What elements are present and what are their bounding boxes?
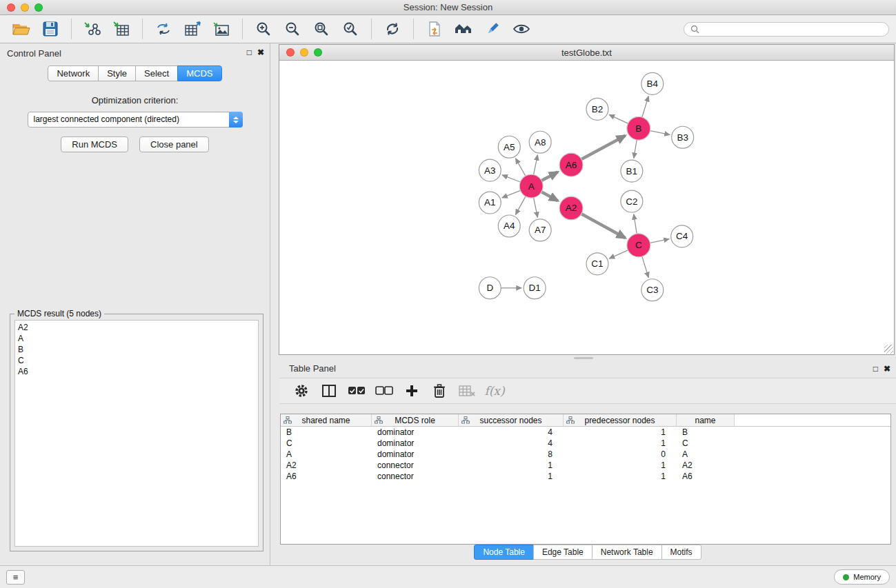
column-header-successor-nodes[interactable]: successor nodes — [459, 414, 564, 427]
graph-node-label: A4 — [504, 221, 515, 231]
mcds-result-item[interactable]: C — [18, 355, 255, 366]
resize-grip[interactable] — [884, 345, 893, 354]
zoom-in-icon — [255, 21, 272, 37]
graph-edge-A6-B[interactable] — [581, 136, 626, 159]
table-row[interactable]: Bdominator41B — [281, 427, 890, 438]
open-session-button[interactable] — [7, 17, 36, 41]
graph-edge-B-B2[interactable] — [609, 114, 628, 123]
table-row[interactable]: A6connector11A6 — [281, 471, 890, 482]
zoom-selected-button[interactable] — [336, 17, 365, 41]
export-image-button[interactable] — [207, 17, 236, 41]
column-header-shared-name[interactable]: shared name — [281, 414, 372, 427]
mcds-result-list[interactable]: A2ABCA6 — [14, 320, 259, 547]
criterion-dropdown[interactable]: largest connected component (directed) — [28, 112, 243, 128]
graph-edge-A-A5[interactable] — [516, 159, 526, 176]
table-cell: A6 — [677, 471, 735, 482]
column-header-label: predecessor nodes — [584, 416, 655, 425]
float-table-panel-icon[interactable]: □ — [873, 364, 878, 374]
zoom-out-button[interactable] — [278, 17, 307, 41]
graph-edge-A-A7[interactable] — [534, 198, 538, 218]
delete-column-button[interactable] — [427, 381, 452, 401]
houses-button[interactable] — [449, 17, 478, 41]
mcds-result-item[interactable]: A2 — [18, 322, 255, 333]
table-cell: connector — [372, 460, 459, 471]
graph-edge-C-C2[interactable] — [634, 214, 637, 234]
tab-style[interactable]: Style — [98, 65, 136, 81]
tab-motifs[interactable]: Motifs — [661, 545, 701, 560]
toolbar-separator — [142, 19, 143, 39]
tab-edge-table[interactable]: Edge Table — [533, 545, 593, 560]
graph-edge-A-A4[interactable] — [515, 196, 526, 214]
close-table-panel-icon[interactable]: ✖ — [884, 364, 890, 374]
refresh-layout-button[interactable] — [378, 17, 407, 41]
mcds-result-item[interactable]: A — [18, 333, 255, 344]
tab-mcds[interactable]: MCDS — [177, 65, 221, 81]
table-delete-icon — [459, 385, 475, 397]
run-mcds-button[interactable]: Run MCDS — [61, 136, 128, 152]
tab-select[interactable]: Select — [135, 65, 178, 81]
open-folder-icon — [12, 22, 30, 36]
graph-edge-A-A1[interactable] — [502, 190, 521, 198]
network-graph[interactable]: AA1A2A3A4A5A6A7A8BB1B2B3B4CC1C2C3C4DD1 — [279, 61, 894, 354]
graph-edge-A-A8[interactable] — [534, 155, 538, 175]
column-header-name[interactable]: name — [677, 414, 735, 427]
task-history-button[interactable]: ≡ — [6, 570, 25, 585]
brush-icon — [484, 21, 501, 37]
graph-edge-B-B1[interactable] — [634, 140, 637, 158]
import-table-file-button[interactable] — [107, 17, 136, 41]
graph-node-label: C — [635, 240, 642, 250]
document-arrows-button[interactable] — [420, 17, 449, 41]
graph-edge-A-A2[interactable] — [541, 192, 558, 201]
export-network-button[interactable] — [149, 17, 178, 41]
graph-edge-C-C1[interactable] — [609, 250, 628, 258]
table-row[interactable]: A2connector11A2 — [281, 460, 890, 471]
table-cell: B — [281, 427, 372, 438]
graph-node-label: A7 — [535, 225, 546, 235]
control-panel-tabs: Network Style Select MCDS — [0, 65, 270, 81]
graph-edge-A-A3[interactable] — [502, 175, 520, 182]
show-columns-button[interactable] — [317, 381, 341, 401]
close-panel-button[interactable]: Close panel — [139, 136, 209, 152]
table-row[interactable]: Adominator80A — [281, 449, 890, 460]
close-panel-icon[interactable]: ✖ — [257, 48, 264, 57]
column-header-predecessor-nodes[interactable]: predecessor nodes — [564, 414, 677, 427]
tab-node-table[interactable]: Node Table — [474, 545, 534, 560]
table-row[interactable]: Cdominator41C — [281, 438, 890, 449]
mcds-result-item[interactable]: B — [18, 344, 255, 355]
graph-edge-C-C4[interactable] — [650, 239, 669, 243]
table-cell: A2 — [281, 460, 372, 471]
function-builder-button[interactable]: f(x) — [482, 381, 507, 401]
eye-icon — [512, 23, 530, 35]
eye-button[interactable] — [507, 17, 536, 41]
graph-edge-B-B3[interactable] — [650, 131, 670, 135]
graph-edge-C-C3[interactable] — [642, 256, 648, 278]
search-field[interactable] — [684, 22, 889, 37]
graph-edge-B-B4[interactable] — [642, 97, 648, 118]
document-arrows-icon — [427, 21, 442, 37]
column-header-mcds-role[interactable]: MCDS role — [372, 414, 459, 427]
select-all-columns-button[interactable] — [344, 381, 369, 401]
mcds-result-group-title: MCDS result (5 nodes) — [14, 309, 104, 318]
split-divider-handle[interactable] — [574, 357, 593, 359]
table-settings-button[interactable] — [289, 381, 314, 401]
brush-button[interactable] — [478, 17, 507, 41]
graph-edge-A-A6[interactable] — [541, 172, 558, 181]
add-column-button[interactable] — [399, 381, 424, 401]
search-input[interactable] — [704, 24, 882, 34]
toolbar-separator — [413, 19, 414, 39]
network-canvas[interactable]: AA1A2A3A4A5A6A7A8BB1B2B3B4CC1C2C3C4DD1 — [279, 61, 894, 354]
tab-network-table[interactable]: Network Table — [592, 545, 662, 560]
graph-edge-A2-C[interactable] — [581, 214, 626, 238]
graph-node-label: C1 — [591, 258, 603, 269]
memory-button[interactable]: Memory — [834, 569, 890, 585]
save-session-button[interactable] — [36, 17, 65, 41]
delete-table-button[interactable] — [455, 381, 479, 401]
zoom-fit-button[interactable] — [307, 17, 336, 41]
deselect-all-columns-button[interactable] — [372, 381, 397, 401]
tab-network[interactable]: Network — [48, 65, 99, 81]
mcds-result-item[interactable]: A6 — [18, 366, 255, 377]
export-table-button[interactable] — [178, 17, 207, 41]
import-network-file-button[interactable] — [78, 17, 107, 41]
float-panel-icon[interactable]: □ — [247, 48, 252, 57]
zoom-in-button[interactable] — [249, 17, 278, 41]
